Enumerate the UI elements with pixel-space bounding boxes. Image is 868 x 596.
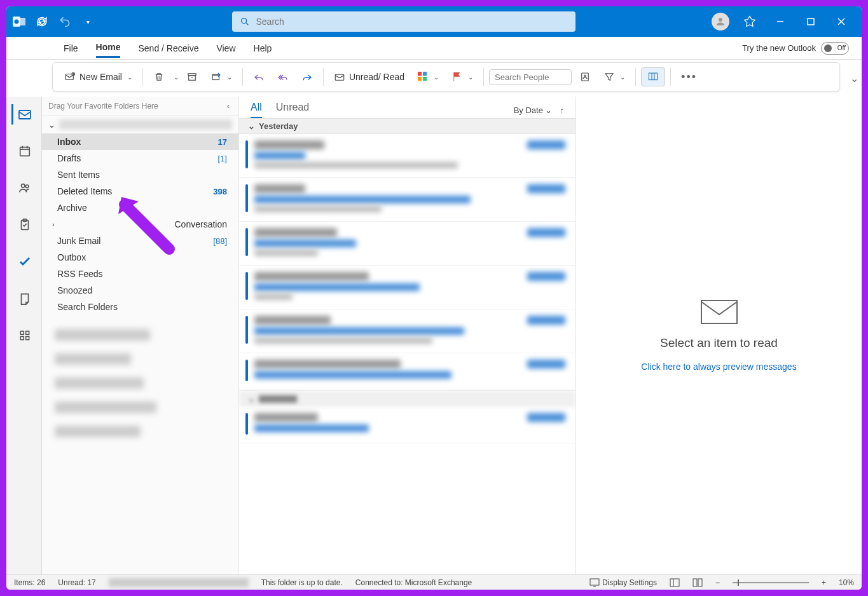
move-button[interactable]: ⌄ — [205, 69, 237, 85]
folder-inbox[interactable]: Inbox17 — [42, 133, 238, 150]
nav-calendar-icon[interactable] — [11, 141, 37, 161]
message-item[interactable] — [239, 407, 575, 444]
ribbon: New Email ⌄ ⌄ ⌄ Unread/ Read ⌄ ⌄ ⌄ — [52, 62, 840, 91]
folder-search-folders[interactable]: Search Folders — [42, 299, 238, 315]
svg-rect-15 — [189, 76, 196, 81]
svg-rect-20 — [423, 72, 427, 76]
svg-rect-7 — [808, 18, 814, 25]
menu-file[interactable]: File — [64, 39, 78, 57]
message-item[interactable] — [239, 266, 575, 309]
folder-archive[interactable]: Archive — [42, 200, 238, 216]
sync-icon[interactable] — [34, 14, 50, 29]
folder-pane: Drag Your Favorite Folders Here ‹ ⌄ Inbo… — [42, 97, 239, 574]
zoom-level[interactable]: 10% — [839, 578, 854, 587]
nav-people-icon[interactable] — [11, 178, 37, 198]
status-folder-sync: This folder is up to date. — [261, 578, 343, 587]
svg-rect-1 — [18, 18, 25, 25]
folder-rss-feeds[interactable]: RSS Feeds — [42, 266, 238, 282]
qat-dropdown-icon[interactable]: ▾ — [80, 14, 95, 29]
menu-home[interactable]: Home — [96, 38, 121, 58]
folder-deleted-items[interactable]: Deleted Items398 — [42, 183, 238, 200]
chevron-down-icon[interactable]: ⌄ — [127, 74, 132, 81]
close-button[interactable] — [831, 11, 851, 32]
categorize-button[interactable]: ⌄ — [412, 69, 444, 85]
zoom-slider[interactable] — [733, 582, 809, 583]
svg-rect-18 — [335, 74, 344, 80]
folder-sent-items[interactable]: Sent Items — [42, 166, 238, 183]
collapse-folder-pane-icon[interactable]: ‹ — [224, 100, 232, 112]
sort-by-date[interactable]: By Date ⌄ — [514, 105, 553, 115]
message-item[interactable] — [239, 178, 575, 222]
nav-mail-icon[interactable] — [11, 104, 37, 125]
nav-apps-icon[interactable] — [11, 325, 37, 346]
folder-snoozed[interactable]: Snoozed — [42, 282, 238, 299]
tab-unread[interactable]: Unread — [276, 102, 309, 118]
svg-rect-29 — [20, 147, 30, 156]
ribbon-expand-icon[interactable]: ⌄ — [846, 60, 862, 97]
search-people-input[interactable] — [489, 69, 572, 85]
svg-rect-28 — [19, 111, 31, 119]
message-item[interactable] — [239, 353, 575, 391]
search-input[interactable] — [256, 17, 568, 27]
reply-all-button[interactable] — [272, 69, 294, 85]
display-settings-button[interactable]: Display Settings — [589, 578, 657, 587]
archive-button[interactable] — [181, 69, 203, 85]
view-normal-icon[interactable] — [670, 578, 680, 587]
svg-rect-44 — [701, 301, 737, 323]
nav-notes-icon[interactable] — [11, 288, 37, 309]
message-item[interactable] — [239, 222, 575, 266]
folder-outbox[interactable]: Outbox — [42, 249, 238, 266]
message-item[interactable] — [239, 309, 575, 353]
menu-view[interactable]: View — [216, 39, 235, 57]
folder-junk-email[interactable]: Junk Email[88] — [42, 233, 238, 249]
zoom-out-button[interactable]: − — [715, 578, 720, 587]
nav-todo-icon[interactable] — [11, 252, 37, 272]
maximize-button[interactable] — [801, 11, 821, 32]
message-item[interactable] — [239, 134, 575, 178]
zoom-in-button[interactable]: + — [822, 578, 826, 587]
menu-send-receive[interactable]: Send / Receive — [138, 39, 198, 57]
message-list-pane: All Unread By Date ⌄ ↑ ⌄Yesterday ⌄ — [239, 97, 576, 574]
sort-direction-icon[interactable]: ↑ — [560, 105, 565, 115]
undo-icon[interactable] — [57, 14, 72, 29]
envelope-icon — [700, 299, 738, 325]
forward-button[interactable] — [296, 69, 318, 85]
message-group-header[interactable]: ⌄Yesterday — [239, 118, 575, 134]
outlook-app-icon — [11, 14, 27, 29]
menu-help[interactable]: Help — [254, 39, 272, 57]
reading-pane-toggle[interactable] — [641, 67, 665, 86]
chevron-down-icon[interactable]: ⌄ — [174, 74, 179, 81]
unread-read-button[interactable]: Unread/ Read — [329, 69, 410, 85]
account-header[interactable]: ⌄ — [42, 116, 238, 133]
address-book-button[interactable] — [574, 69, 596, 85]
svg-point-5 — [719, 18, 722, 22]
svg-rect-41 — [26, 331, 29, 334]
view-reading-icon[interactable] — [692, 578, 703, 587]
folder-conversation-history[interactable]: ›Conversation — [42, 216, 238, 233]
status-items-count: Items: 26 — [14, 578, 45, 587]
try-new-outlook[interactable]: Try the new Outlook Off — [742, 42, 849, 55]
status-connection: Connected to: Microsoft Exchange — [355, 578, 472, 587]
search-box[interactable] — [232, 11, 575, 32]
reading-pane-preview-link[interactable]: Click here to always preview messages — [641, 362, 796, 372]
minimize-button[interactable] — [770, 11, 790, 32]
new-email-button[interactable]: New Email ⌄ — [59, 69, 137, 85]
account-avatar[interactable] — [712, 13, 729, 30]
filter-button[interactable]: ⌄ — [598, 69, 630, 85]
nav-rail — [6, 97, 42, 574]
status-unread-count: Unread: 17 — [58, 578, 95, 587]
title-bar: ▾ — [6, 6, 862, 37]
reply-button[interactable] — [248, 69, 270, 85]
folder-drafts[interactable]: Drafts[1] — [42, 150, 238, 166]
flag-button[interactable]: ⌄ — [446, 69, 478, 85]
svg-rect-19 — [418, 72, 422, 76]
reading-pane: Select an item to read Click here to alw… — [576, 97, 862, 574]
try-new-toggle[interactable]: Off — [821, 42, 849, 55]
more-options-button[interactable]: ••• — [676, 68, 702, 86]
premium-icon[interactable] — [740, 11, 760, 32]
nav-tasks-icon[interactable] — [11, 215, 37, 235]
chevron-down-icon: ⌄ — [48, 120, 55, 130]
tab-all[interactable]: All — [251, 102, 262, 118]
try-new-label: Try the new Outlook — [742, 43, 816, 53]
delete-button[interactable] — [148, 69, 170, 85]
